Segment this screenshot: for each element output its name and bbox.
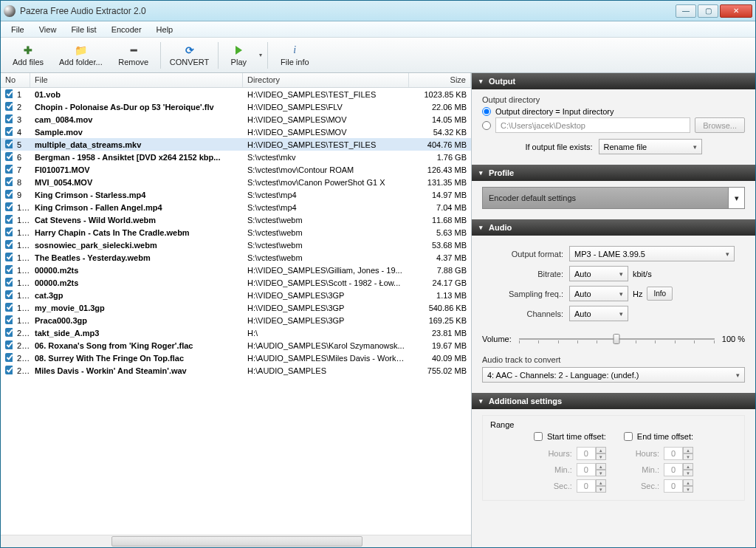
col-no[interactable]: No — [1, 73, 30, 87]
file-info-button[interactable]: i File info — [270, 40, 319, 71]
table-row[interactable]: 10King Crimson - Fallen Angel.mp4S:\vcte… — [1, 201, 471, 213]
row-check[interactable] — [5, 227, 13, 236]
horizontal-scrollbar[interactable] — [1, 535, 471, 547]
menu-help[interactable]: Help — [151, 24, 179, 35]
row-check[interactable] — [5, 240, 13, 249]
table-row[interactable]: 14The Beatles - Yesterday.webmS:\vctest\… — [1, 251, 471, 264]
row-no: 16 — [13, 278, 30, 288]
titlebar[interactable]: Pazera Free Audio Extractor 2.0 — ▢ ✕ — [1, 1, 755, 21]
row-check[interactable] — [5, 265, 13, 274]
menu-file[interactable]: File — [5, 24, 30, 35]
row-check[interactable] — [5, 177, 13, 186]
table-row[interactable]: 13sosnowiec_park_sielecki.webmS:\vctest\… — [1, 239, 471, 251]
table-row[interactable]: 17cat.3gpH:\VIDEO_SAMPLES\3GP1.13 MB — [1, 289, 471, 301]
profile-header[interactable]: ▾Profile — [472, 165, 755, 181]
menu-view[interactable]: View — [33, 24, 63, 35]
row-file: Praca000.3gp — [30, 315, 243, 326]
sampling-select[interactable]: Auto — [569, 286, 628, 301]
table-row[interactable]: 3cam_0084.movH:\VIDEO_SAMPLES\MOV14.05 M… — [1, 113, 471, 126]
close-button[interactable]: ✕ — [720, 4, 752, 18]
app-icon — [4, 5, 16, 17]
minimize-button[interactable]: — — [676, 4, 696, 18]
table-row[interactable]: 12Harry Chapin - Cats In The Cradle.webm… — [1, 226, 471, 239]
track-select[interactable]: 4: AAC - Channels: 2 - Language: (undef.… — [482, 367, 745, 383]
table-row[interactable]: 1600000.m2tsH:\VIDEO_SAMPLES\Scott - 198… — [1, 276, 471, 289]
table-row[interactable]: 23Miles Davis - Workin' And Steamin'.wav… — [1, 364, 471, 377]
bitrate-select[interactable]: Auto — [569, 266, 628, 281]
table-row[interactable]: 1500000.m2tsH:\VIDEO_SAMPLES\Gilliam, Jo… — [1, 264, 471, 276]
row-check[interactable] — [5, 366, 13, 374]
row-check[interactable] — [5, 303, 13, 312]
end-hours-input[interactable] — [664, 447, 683, 460]
row-check[interactable] — [5, 190, 13, 199]
end-offset-check[interactable] — [624, 432, 633, 441]
row-check[interactable] — [5, 202, 13, 211]
row-dir: H:\VIDEO_SAMPLES\3GP — [243, 315, 409, 326]
row-check[interactable] — [5, 353, 13, 362]
start-sec-input[interactable] — [577, 479, 596, 493]
add-files-button[interactable]: ✚ Add files — [4, 40, 52, 71]
table-row[interactable]: 4Sample.movH:\VIDEO_SAMPLES\MOV54.32 KB — [1, 126, 471, 138]
col-file[interactable]: File — [30, 73, 243, 87]
audio-header[interactable]: ▾Audio — [472, 219, 755, 236]
output-header[interactable]: ▾Output — [472, 73, 755, 89]
list-body[interactable]: 101.vobH:\VIDEO_SAMPLES\TEST_FILES1023.8… — [1, 88, 471, 535]
row-no: 9 — [13, 190, 30, 200]
info-button[interactable]: Info — [647, 287, 673, 301]
maximize-button[interactable]: ▢ — [698, 4, 718, 18]
channels-select[interactable]: Auto — [569, 306, 628, 321]
row-check[interactable] — [5, 102, 13, 111]
table-row[interactable]: 5multiple_data_streams.mkvH:\VIDEO_SAMPL… — [1, 138, 471, 151]
table-row[interactable]: 2Chopin - Polonaise As-Dur op 53 'Heroiq… — [1, 100, 471, 113]
row-check[interactable] — [5, 165, 13, 174]
volume-slider[interactable] — [519, 332, 715, 346]
col-size[interactable]: Size — [409, 73, 471, 87]
table-row[interactable]: 8MVI_0054.MOVS:\vctest\mov\Canon PowerSh… — [1, 176, 471, 188]
row-check[interactable] — [5, 215, 13, 224]
remove-button[interactable]: ━ Remove — [109, 40, 158, 71]
row-check[interactable] — [5, 340, 13, 349]
convert-button[interactable]: ⟳ CONVERT — [163, 40, 216, 71]
table-row[interactable]: 9King Crimson - Starless.mp4S:\vctest\mp… — [1, 188, 471, 201]
output-custom-radio[interactable] — [482, 121, 491, 130]
table-row[interactable]: 18my_movie_01.3gpH:\VIDEO_SAMPLES\3GP540… — [1, 301, 471, 314]
table-row[interactable]: 19Praca000.3gpH:\VIDEO_SAMPLES\3GP169.25… — [1, 314, 471, 326]
add-folder-button[interactable]: 📁 Add folder... — [52, 40, 109, 71]
play-button[interactable]: Play — [221, 40, 256, 71]
row-check[interactable] — [5, 278, 13, 287]
start-hours-input[interactable] — [577, 447, 596, 460]
col-directory[interactable]: Directory — [243, 73, 409, 87]
additional-header[interactable]: ▾Additional settings — [472, 393, 755, 409]
menu-filelist[interactable]: File list — [65, 24, 102, 35]
end-sec-input[interactable] — [664, 479, 683, 493]
row-dir: H:\VIDEO_SAMPLES\3GP — [243, 290, 409, 301]
row-check[interactable] — [5, 127, 13, 136]
row-check[interactable] — [5, 114, 13, 123]
row-check[interactable] — [5, 140, 13, 148]
start-min-input[interactable] — [577, 463, 596, 476]
table-row[interactable]: 20takt_side_A.mp3H:\23.81 MB — [1, 326, 471, 339]
profile-select[interactable]: Encoder default settings ▾ — [482, 187, 745, 209]
row-check[interactable] — [5, 290, 13, 299]
menu-encoder[interactable]: Encoder — [106, 24, 148, 35]
if-exists-select[interactable]: Rename file — [599, 139, 702, 154]
browse-button[interactable]: Browse... — [695, 117, 745, 133]
table-row[interactable]: 11Cat Stevens - Wild World.webmS:\vctest… — [1, 213, 471, 226]
table-row[interactable]: 7FI010071.MOVS:\vctest\mov\Contour ROAM1… — [1, 163, 471, 176]
play-dropdown[interactable]: ▾ — [256, 52, 265, 58]
chevron-down-icon: ▾ — [479, 169, 483, 177]
table-row[interactable]: 101.vobH:\VIDEO_SAMPLES\TEST_FILES1023.8… — [1, 88, 471, 100]
table-row[interactable]: 2106. Roxana's Song from 'King Roger'.fl… — [1, 339, 471, 352]
row-check[interactable] — [5, 253, 13, 261]
output-same-radio[interactable] — [482, 107, 491, 116]
table-row[interactable]: 2208. Surrey With The Fringe On Top.flac… — [1, 352, 471, 364]
start-offset-check[interactable] — [534, 432, 543, 441]
output-path-input[interactable] — [495, 117, 690, 133]
format-select[interactable]: MP3 - LAME 3.99.5 — [569, 246, 735, 261]
row-check[interactable] — [5, 89, 13, 98]
table-row[interactable]: 6Bergman - 1958 - Ansiktet [DVD x264 215… — [1, 151, 471, 163]
row-check[interactable] — [5, 328, 13, 337]
row-check[interactable] — [5, 315, 13, 324]
end-min-input[interactable] — [664, 463, 683, 476]
row-check[interactable] — [5, 152, 13, 161]
